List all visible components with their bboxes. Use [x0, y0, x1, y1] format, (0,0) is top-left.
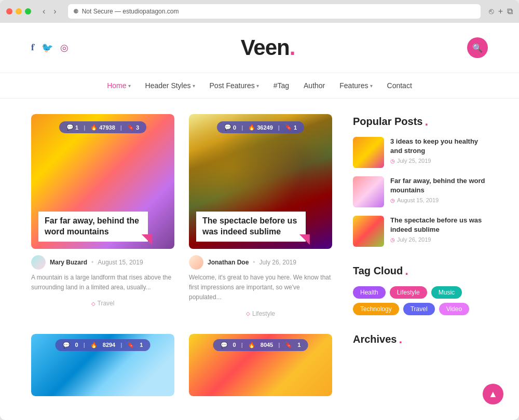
comment-stat-2: 💬 0: [224, 124, 236, 131]
site-nav: Home ▾ Header Styles ▾ Post Features ▾ #…: [0, 73, 519, 99]
nav-home[interactable]: Home ▾: [107, 81, 130, 90]
popular-info-3: The spectacle before us was indeed subli…: [390, 216, 488, 243]
tabs-icon[interactable]: ⧉: [507, 7, 513, 16]
tag-lifestyle[interactable]: Lifestyle: [390, 286, 427, 299]
archives-title: Archives .: [353, 332, 488, 346]
browser-window: ‹ › ⚈ Not Secure — estudiopatagon.com ⎋ …: [0, 0, 519, 420]
twitter-link[interactable]: 🐦: [42, 42, 53, 53]
accent-dot-3: .: [399, 332, 403, 346]
post-card: 💬 1 | 🔥 47938 | 🔖: [31, 114, 174, 319]
post-image-4[interactable]: 💬 0 | 🔥 8045 | 🔖 1: [189, 334, 332, 396]
comment-stat: 💬 1: [66, 124, 78, 131]
post-image-2[interactable]: 💬 0 | 🔥 36249 | 🔖: [189, 114, 332, 249]
nav-post-features[interactable]: Post Features ▾: [210, 81, 259, 90]
tag-cloud-title: Tag Cloud .: [353, 263, 488, 278]
fire-icon-3: 🔥: [90, 342, 98, 348]
popular-thumb-img-2: [353, 176, 384, 207]
chevron-down-icon: ▾: [370, 83, 373, 89]
site-header: 𝐟 🐦 ◎ Veen. 🔍: [0, 23, 519, 73]
like-stat-2: 🔥 36249: [248, 124, 273, 131]
like-stat: 🔥 47938: [90, 124, 115, 131]
url-text: Not Secure — estudiopatagon.com: [82, 8, 179, 15]
back-button[interactable]: ‹: [39, 5, 48, 18]
post-stats-4: 💬 0 | 🔥 8045 | 🔖 1: [213, 339, 308, 351]
fire-icon-2: 🔥: [248, 124, 255, 131]
post-category-2: ◇ Lifestyle: [189, 308, 332, 319]
post-image-1[interactable]: 💬 1 | 🔥 47938 | 🔖: [31, 114, 174, 249]
minimize-button[interactable]: [16, 8, 22, 15]
post-card-2: 💬 0 | 🔥 36249 | 🔖: [189, 114, 332, 319]
bookmark-icon: 🔖: [127, 124, 134, 131]
accent-dot-2: .: [405, 263, 408, 278]
bookmark-icon-3: 🔖: [127, 342, 134, 348]
browser-navigation: ‹ ›: [39, 5, 60, 18]
post-title-overlay-2: The spectacle before us was indeed subli…: [189, 204, 332, 249]
popular-post-3[interactable]: The spectacle before us was indeed subli…: [353, 216, 488, 247]
popular-post-1[interactable]: 3 ideas to keep you healthy and strong ◷…: [353, 137, 488, 168]
popular-post-date-1: ◷ July 25, 2019: [390, 158, 488, 164]
popular-info-1: 3 ideas to keep you healthy and strong ◷…: [390, 137, 488, 164]
search-button[interactable]: 🔍: [467, 37, 488, 58]
post-date-2: July 26, 2019: [260, 259, 296, 266]
post-excerpt-1: A mountain is a large landform that rise…: [31, 273, 174, 292]
avatar-image-2: [189, 255, 203, 270]
tag-video[interactable]: Video: [439, 303, 469, 315]
bookmark-icon-4: 🔖: [285, 342, 292, 348]
browser-toolbar: ‹ › ⚈ Not Secure — estudiopatagon.com ⎋ …: [0, 0, 519, 23]
scroll-to-top-button[interactable]: ▲: [483, 384, 503, 404]
popular-thumb-1: [353, 137, 384, 168]
logo-text: Veen: [241, 35, 290, 60]
maximize-button[interactable]: [25, 8, 31, 15]
clock-icon-3: ◷: [390, 237, 395, 243]
popular-info-2: Far far away, behind the word mountains …: [390, 176, 488, 203]
nav-contact[interactable]: Contact: [387, 81, 412, 90]
accent-dot: .: [425, 114, 428, 129]
search-icon: 🔍: [472, 43, 483, 53]
tag-cloud-section: Tag Cloud . Health Lifestyle Music Techn…: [353, 263, 488, 315]
bookmark-stat: 🔖 3: [127, 124, 139, 131]
tag-technology[interactable]: Technology: [353, 303, 399, 315]
sidebar: Popular Posts . 3 ideas to keep you heal…: [353, 114, 488, 396]
nav-author[interactable]: Author: [304, 81, 325, 90]
address-bar[interactable]: ⚈ Not Secure — estudiopatagon.com: [68, 4, 481, 19]
popular-thumb-3: [353, 216, 384, 247]
popular-thumb-img-1: [353, 137, 384, 168]
post-stats-1: 💬 1 | 🔥 47938 | 🔖: [59, 121, 146, 133]
post-card-3: 💬 0 | 🔥 8294 | 🔖 1: [31, 334, 174, 396]
instagram-link[interactable]: ◎: [60, 42, 69, 53]
nav-tag[interactable]: #Tag: [274, 81, 289, 90]
tag-health[interactable]: Health: [353, 286, 386, 299]
new-tab-icon[interactable]: +: [498, 7, 503, 16]
chevron-down-icon: ▾: [128, 83, 131, 89]
nav-header-styles[interactable]: Header Styles ▾: [145, 81, 195, 90]
popular-post-title-2: Far far away, behind the word mountains: [390, 176, 488, 195]
popular-post-2[interactable]: Far far away, behind the word mountains …: [353, 176, 488, 207]
post-stats-3: 💬 0 | 🔥 8294 | 🔖 1: [56, 339, 151, 351]
close-button[interactable]: [6, 8, 12, 15]
window-controls: [6, 8, 31, 15]
share-icon[interactable]: ⎋: [489, 7, 494, 16]
popular-posts-section: Popular Posts . 3 ideas to keep you heal…: [353, 114, 488, 247]
forward-button[interactable]: ›: [50, 5, 59, 18]
post-meta-1: Mary Buzard • August 15, 2019: [31, 249, 174, 273]
tag-music[interactable]: Music: [431, 286, 462, 299]
comment-icon-4: 💬: [221, 342, 228, 348]
tag-cloud: Health Lifestyle Music Technology Travel…: [353, 286, 488, 315]
avatar-image-1: [31, 255, 46, 270]
popular-posts-title: Popular Posts .: [353, 114, 488, 129]
post-stats-2: 💬 0 | 🔥 36249 | 🔖: [217, 121, 304, 133]
popular-thumb-2: [353, 176, 384, 207]
nav-features[interactable]: Features ▾: [339, 81, 372, 90]
main-layout: 💬 1 | 🔥 47938 | 🔖: [0, 99, 519, 412]
diamond-icon: ◇: [91, 301, 95, 306]
post-author-1: Mary Buzard: [50, 259, 87, 266]
post-title-2[interactable]: The spectacle before us was indeed subli…: [196, 212, 306, 242]
post-image-3[interactable]: 💬 0 | 🔥 8294 | 🔖 1: [31, 334, 174, 396]
post-title-1[interactable]: Far far away, behind the word mountains: [38, 212, 148, 242]
facebook-link[interactable]: 𝐟: [31, 42, 34, 53]
tag-travel[interactable]: Travel: [403, 303, 435, 315]
post-category-1: ◇ Travel: [31, 298, 174, 309]
fire-icon: 🔥: [90, 124, 98, 131]
chevron-up-icon: ▲: [488, 389, 498, 400]
clock-icon: ◷: [390, 158, 395, 164]
